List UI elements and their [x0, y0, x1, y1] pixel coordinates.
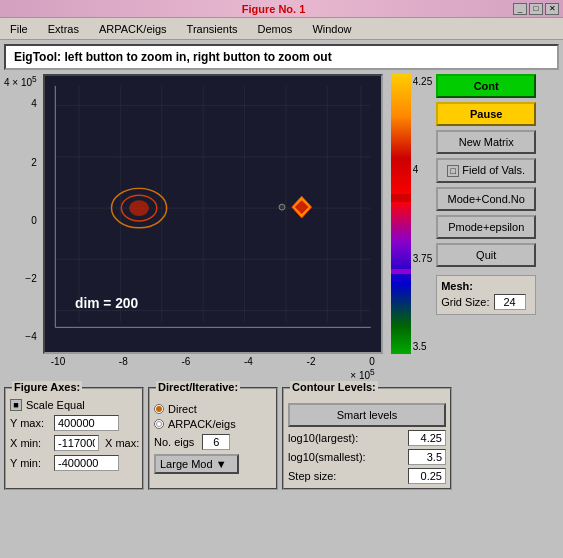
no-eigs-row: No. eigs	[154, 434, 272, 450]
large-mod-label: Large Mod ▼	[160, 458, 227, 470]
arpack-radio-item[interactable]: ARPACK/eigs	[154, 418, 272, 430]
svg-point-17	[129, 200, 149, 216]
svg-rect-21	[391, 74, 411, 354]
colorbar-min-label: 3.5	[413, 341, 432, 352]
direct-iterative-panel: Direct/Iterative: Direct ARPACK/eigs No.…	[148, 387, 278, 490]
arpack-radio[interactable]	[154, 419, 164, 429]
large-mod-row[interactable]: Large Mod ▼	[154, 454, 272, 474]
main-content: 4 × 105 4 2 0 −2 −4	[0, 74, 563, 381]
y-min-label: Y min:	[10, 457, 50, 469]
bottom-panels: Figure Axes: ■ Scale Equal Y max: X min:…	[0, 383, 563, 494]
info-text: EigTool: left button to zoom in, right b…	[14, 50, 332, 64]
y-tick-m2: −2	[25, 273, 36, 284]
colorbar-svg	[391, 74, 411, 354]
step-size-label: Step size:	[288, 470, 336, 482]
direct-radio-item[interactable]: Direct	[154, 403, 272, 415]
colorbar-section: 4.25 4 3.75 3.5	[391, 74, 432, 381]
title-bar: Figure No. 1 _ □ ✕	[0, 0, 563, 18]
field-of-vals-button[interactable]: □Field of Vals.	[436, 158, 536, 183]
x-tick-m8: -8	[119, 356, 128, 367]
direct-iterative-title: Direct/Iterative:	[156, 381, 240, 393]
colorbar-max-label: 4.25	[413, 76, 432, 87]
grid-size-label: Grid Size:	[441, 296, 489, 308]
scale-equal-label: Scale Equal	[26, 399, 85, 411]
figure-axes-panel: Figure Axes: ■ Scale Equal Y max: X min:…	[4, 387, 144, 490]
menu-demos[interactable]: Demos	[252, 21, 299, 37]
x-max-label: X max:	[105, 437, 145, 449]
y-max-label: Y max:	[10, 417, 50, 429]
mesh-section: Mesh: Grid Size:	[436, 275, 536, 315]
menu-extras[interactable]: Extras	[42, 21, 85, 37]
menu-arpack[interactable]: ARPACK/eigs	[93, 21, 173, 37]
dim-label-svg: dim = 200	[75, 296, 139, 311]
log10-largest-label: log10(largest):	[288, 432, 358, 444]
mode-cond-button[interactable]: Mode+Cond.No	[436, 187, 536, 211]
svg-rect-22	[391, 194, 411, 202]
large-mod-dropdown[interactable]: Large Mod ▼	[154, 454, 239, 474]
figure-axes-title: Figure Axes:	[12, 381, 82, 393]
direct-label: Direct	[168, 403, 197, 415]
window-title: Figure No. 1	[34, 3, 513, 15]
x-tick-0: 0	[369, 356, 375, 367]
y-tick-m4: −4	[25, 331, 36, 342]
menu-bar: File Extras ARPACK/eigs Transients Demos…	[0, 18, 563, 40]
y-tick-0: 0	[31, 215, 37, 226]
colorbar-mid1-label: 4	[413, 164, 432, 175]
y-min-row: Y min:	[10, 455, 138, 471]
svg-rect-23	[391, 269, 411, 274]
svg-point-18	[279, 204, 285, 210]
plot-area[interactable]: dim = 200	[43, 74, 383, 354]
log10-smallest-row: log10(smallest):	[288, 449, 446, 465]
pause-button[interactable]: Pause	[436, 102, 536, 126]
x-tick-m6: -6	[181, 356, 190, 367]
no-eigs-label: No. eigs	[154, 436, 194, 448]
x-scale-label: × 105	[350, 370, 374, 381]
right-panel: Cont Pause New Matrix □Field of Vals. Mo…	[436, 74, 536, 381]
y-min-input[interactable]	[54, 455, 119, 471]
new-matrix-button[interactable]: New Matrix	[436, 130, 536, 154]
arpack-label: ARPACK/eigs	[168, 418, 236, 430]
colorbar-mid2-label: 3.75	[413, 253, 432, 264]
plot-section: 4 × 105 4 2 0 −2 −4	[4, 74, 432, 381]
log10-largest-input[interactable]	[408, 430, 446, 446]
info-bar: EigTool: left button to zoom in, right b…	[4, 44, 559, 70]
y-scale-label: 4 × 105	[4, 74, 37, 88]
y-tick-4: 4	[31, 98, 37, 109]
menu-transients[interactable]: Transients	[181, 21, 244, 37]
x-min-input[interactable]	[54, 435, 99, 451]
smart-levels-button[interactable]: Smart levels	[288, 403, 446, 427]
scale-equal-row: ■ Scale Equal	[10, 399, 138, 411]
pmode-button[interactable]: Pmode+epsilon	[436, 215, 536, 239]
no-eigs-input[interactable]	[202, 434, 230, 450]
x-min-label: X min:	[10, 437, 50, 449]
plot-svg: dim = 200	[45, 76, 381, 352]
scale-equal-checkbox[interactable]: ■	[10, 399, 22, 411]
minimize-button[interactable]: _	[513, 3, 527, 15]
y-max-row: Y max:	[10, 415, 138, 431]
mesh-label: Mesh:	[441, 280, 531, 292]
y-tick-2: 2	[31, 157, 37, 168]
step-size-input[interactable]	[408, 468, 446, 484]
maximize-button[interactable]: □	[529, 3, 543, 15]
fov-checkbox: □	[447, 165, 459, 177]
quit-button[interactable]: Quit	[436, 243, 536, 267]
x-tick-m10: -10	[51, 356, 65, 367]
log10-smallest-input[interactable]	[408, 449, 446, 465]
contour-levels-title: Contour Levels:	[290, 381, 378, 393]
log10-smallest-label: log10(smallest):	[288, 451, 366, 463]
grid-size-input[interactable]	[494, 294, 526, 310]
menu-file[interactable]: File	[4, 21, 34, 37]
step-size-row: Step size:	[288, 468, 446, 484]
log10-largest-row: log10(largest):	[288, 430, 446, 446]
radio-group: Direct ARPACK/eigs	[154, 403, 272, 430]
y-max-input[interactable]	[54, 415, 119, 431]
x-tick-m2: -2	[307, 356, 316, 367]
cont-button[interactable]: Cont	[436, 74, 536, 98]
close-button[interactable]: ✕	[545, 3, 559, 15]
direct-radio[interactable]	[154, 404, 164, 414]
x-tick-m4: -4	[244, 356, 253, 367]
x-min-row: X min: X max:	[10, 435, 138, 451]
menu-window[interactable]: Window	[306, 21, 357, 37]
contour-levels-panel: Contour Levels: Smart levels log10(large…	[282, 387, 452, 490]
